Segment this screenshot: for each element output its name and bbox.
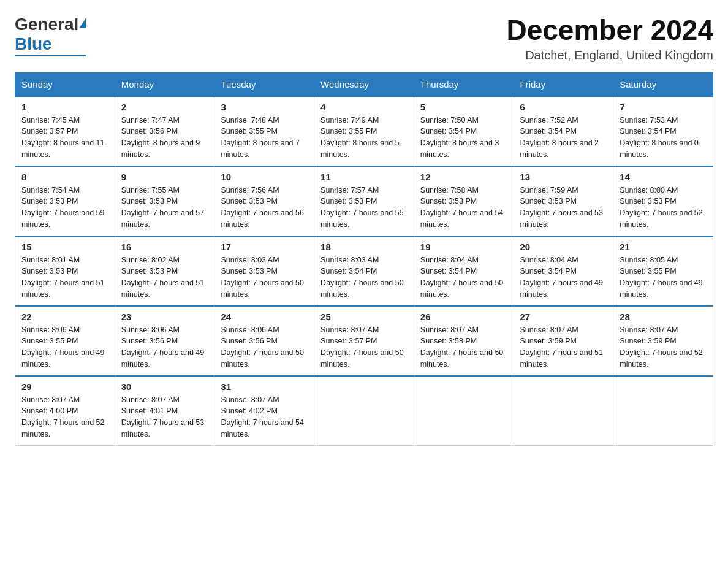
sunset-label: Sunset: 3:55 PM (221, 127, 277, 136)
sunrise-label: Sunrise: 7:52 AM (520, 116, 578, 124)
day-number: 4 (320, 102, 408, 112)
sunset-label: Sunset: 3:56 PM (121, 127, 178, 136)
logo-arrow-icon (79, 18, 86, 28)
table-row: 11 Sunrise: 7:57 AM Sunset: 3:53 PM Dayl… (314, 166, 414, 236)
location-subtitle: Datchet, England, United Kingdom (506, 48, 713, 63)
sunset-label: Sunset: 3:55 PM (620, 267, 676, 275)
sunset-label: Sunset: 3:55 PM (320, 127, 377, 136)
daylight-label: Daylight: 8 hours and 5 minutes. (320, 139, 400, 159)
sunrise-label: Sunrise: 8:07 AM (21, 396, 80, 404)
sunset-label: Sunset: 3:53 PM (420, 197, 477, 205)
day-info: Sunrise: 7:56 AM Sunset: 3:53 PM Dayligh… (221, 185, 308, 231)
day-number: 16 (121, 242, 208, 252)
logo-underline (15, 55, 86, 56)
day-info: Sunrise: 8:04 AM Sunset: 3:54 PM Dayligh… (520, 255, 607, 301)
sunrise-label: Sunrise: 8:06 AM (121, 326, 180, 334)
table-row: 1 Sunrise: 7:45 AM Sunset: 3:57 PM Dayli… (15, 96, 115, 166)
table-row: 24 Sunrise: 8:06 AM Sunset: 3:56 PM Dayl… (214, 306, 314, 376)
col-monday: Monday (115, 72, 214, 96)
sunset-label: Sunset: 3:57 PM (320, 337, 377, 345)
day-number: 22 (21, 312, 108, 322)
table-row: 23 Sunrise: 8:06 AM Sunset: 3:56 PM Dayl… (115, 306, 214, 376)
daylight-label: Daylight: 8 hours and 0 minutes. (620, 139, 699, 159)
sunrise-label: Sunrise: 7:53 AM (620, 116, 678, 124)
sunrise-label: Sunrise: 8:06 AM (221, 326, 279, 334)
day-info: Sunrise: 8:07 AM Sunset: 3:59 PM Dayligh… (620, 324, 707, 370)
daylight-label: Daylight: 7 hours and 50 minutes. (221, 278, 304, 299)
table-row: 6 Sunrise: 7:52 AM Sunset: 3:54 PM Dayli… (514, 96, 613, 166)
day-info: Sunrise: 8:00 AM Sunset: 3:53 PM Dayligh… (620, 185, 707, 231)
day-info: Sunrise: 7:57 AM Sunset: 3:53 PM Dayligh… (320, 185, 408, 231)
table-row: 17 Sunrise: 8:03 AM Sunset: 3:53 PM Dayl… (214, 236, 314, 306)
table-row: 26 Sunrise: 8:07 AM Sunset: 3:58 PM Dayl… (414, 306, 514, 376)
sunset-label: Sunset: 3:53 PM (121, 267, 178, 275)
sunset-label: Sunset: 3:54 PM (620, 127, 676, 136)
sunset-label: Sunset: 4:01 PM (121, 407, 178, 415)
table-row: 5 Sunrise: 7:50 AM Sunset: 3:54 PM Dayli… (414, 96, 514, 166)
logo-general-text: General (15, 15, 78, 34)
day-info: Sunrise: 8:06 AM Sunset: 3:55 PM Dayligh… (21, 324, 108, 370)
table-row (414, 376, 514, 446)
sunset-label: Sunset: 3:56 PM (121, 337, 178, 345)
table-row: 2 Sunrise: 7:47 AM Sunset: 3:56 PM Dayli… (115, 96, 214, 166)
day-number: 14 (620, 172, 707, 182)
table-row: 9 Sunrise: 7:55 AM Sunset: 3:53 PM Dayli… (115, 166, 214, 236)
daylight-label: Daylight: 7 hours and 51 minutes. (21, 278, 105, 299)
table-row: 29 Sunrise: 8:07 AM Sunset: 4:00 PM Dayl… (15, 376, 115, 446)
day-number: 11 (320, 172, 408, 182)
sunrise-label: Sunrise: 8:07 AM (121, 396, 180, 404)
daylight-label: Daylight: 7 hours and 50 minutes. (320, 278, 404, 299)
day-number: 7 (620, 102, 707, 112)
daylight-label: Daylight: 7 hours and 54 minutes. (221, 418, 304, 439)
calendar-row: 15 Sunrise: 8:01 AM Sunset: 3:53 PM Dayl… (15, 236, 713, 306)
sunrise-label: Sunrise: 7:54 AM (21, 186, 80, 194)
day-info: Sunrise: 8:07 AM Sunset: 3:58 PM Dayligh… (420, 324, 507, 370)
logo-blue-text: Blue (15, 34, 52, 54)
calendar-table: Sunday Monday Tuesday Wednesday Thursday… (15, 72, 713, 446)
sunrise-label: Sunrise: 8:00 AM (620, 186, 678, 194)
sunrise-label: Sunrise: 8:04 AM (520, 256, 578, 264)
sunrise-label: Sunrise: 8:03 AM (320, 256, 379, 264)
day-number: 2 (121, 102, 208, 112)
daylight-label: Daylight: 8 hours and 3 minutes. (420, 139, 499, 159)
daylight-label: Daylight: 8 hours and 9 minutes. (121, 139, 200, 159)
day-info: Sunrise: 7:49 AM Sunset: 3:55 PM Dayligh… (320, 115, 408, 161)
daylight-label: Daylight: 7 hours and 52 minutes. (21, 418, 105, 439)
table-row: 30 Sunrise: 8:07 AM Sunset: 4:01 PM Dayl… (115, 376, 214, 446)
sunrise-label: Sunrise: 8:06 AM (21, 326, 80, 334)
calendar-row: 1 Sunrise: 7:45 AM Sunset: 3:57 PM Dayli… (15, 96, 713, 166)
table-row: 25 Sunrise: 8:07 AM Sunset: 3:57 PM Dayl… (314, 306, 414, 376)
header-row: Sunday Monday Tuesday Wednesday Thursday… (15, 72, 713, 96)
sunrise-label: Sunrise: 7:48 AM (221, 116, 279, 124)
table-row: 4 Sunrise: 7:49 AM Sunset: 3:55 PM Dayli… (314, 96, 414, 166)
daylight-label: Daylight: 7 hours and 52 minutes. (620, 209, 703, 229)
col-friday: Friday (514, 72, 613, 96)
day-info: Sunrise: 8:06 AM Sunset: 3:56 PM Dayligh… (121, 324, 208, 370)
day-number: 8 (21, 172, 108, 182)
day-number: 19 (420, 242, 507, 252)
table-row: 19 Sunrise: 8:04 AM Sunset: 3:54 PM Dayl… (414, 236, 514, 306)
sunset-label: Sunset: 3:54 PM (420, 267, 477, 275)
sunrise-label: Sunrise: 7:57 AM (320, 186, 379, 194)
day-number: 5 (420, 102, 507, 112)
sunset-label: Sunset: 3:54 PM (320, 267, 377, 275)
day-info: Sunrise: 8:07 AM Sunset: 4:02 PM Dayligh… (221, 394, 308, 440)
day-info: Sunrise: 8:07 AM Sunset: 4:00 PM Dayligh… (21, 394, 108, 440)
daylight-label: Daylight: 8 hours and 7 minutes. (221, 139, 300, 159)
calendar-row: 29 Sunrise: 8:07 AM Sunset: 4:00 PM Dayl… (15, 376, 713, 446)
day-number: 1 (21, 102, 108, 112)
table-row: 3 Sunrise: 7:48 AM Sunset: 3:55 PM Dayli… (214, 96, 314, 166)
sunrise-label: Sunrise: 8:01 AM (21, 256, 80, 264)
day-info: Sunrise: 7:54 AM Sunset: 3:53 PM Dayligh… (21, 185, 108, 231)
sunrise-label: Sunrise: 7:58 AM (420, 186, 479, 194)
sunrise-label: Sunrise: 7:45 AM (21, 116, 80, 124)
calendar-row: 22 Sunrise: 8:06 AM Sunset: 3:55 PM Dayl… (15, 306, 713, 376)
daylight-label: Daylight: 7 hours and 54 minutes. (420, 209, 504, 229)
sunrise-label: Sunrise: 8:07 AM (520, 326, 578, 334)
daylight-label: Daylight: 8 hours and 11 minutes. (21, 139, 105, 159)
sunset-label: Sunset: 4:02 PM (221, 407, 277, 415)
table-row: 21 Sunrise: 8:05 AM Sunset: 3:55 PM Dayl… (613, 236, 713, 306)
day-info: Sunrise: 7:47 AM Sunset: 3:56 PM Dayligh… (121, 115, 208, 161)
sunset-label: Sunset: 4:00 PM (21, 407, 78, 415)
day-number: 23 (121, 312, 208, 322)
